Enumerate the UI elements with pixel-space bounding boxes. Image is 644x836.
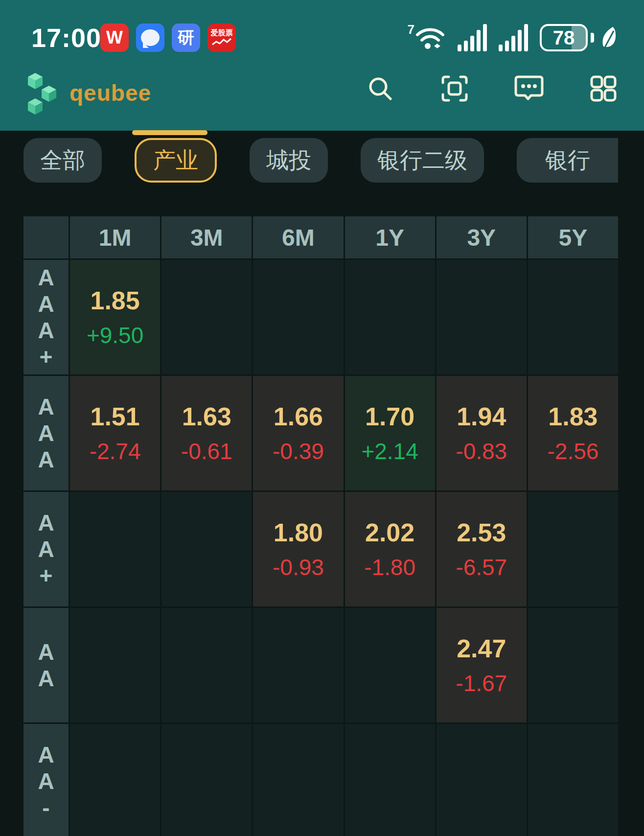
search-button[interactable] (365, 73, 395, 104)
yield-change: -1.80 (364, 554, 415, 581)
yield-value: 1.66 (274, 402, 323, 431)
yield-value: 2.02 (365, 518, 414, 547)
yield-value: 1.51 (90, 402, 139, 431)
row-label-char: - (42, 794, 49, 821)
apps-menu-button[interactable] (588, 73, 619, 104)
yield-cell-empty (253, 608, 343, 722)
column-header-blank (23, 216, 69, 258)
yield-value: 1.63 (182, 402, 231, 431)
yield-cell-empty (70, 724, 160, 836)
yield-value: 1.85 (90, 286, 139, 315)
yield-change: -2.56 (547, 438, 598, 464)
yield-cell[interactable]: 1.94 -0.83 (437, 376, 527, 490)
power-saving-leaf-icon (600, 26, 618, 49)
filter-chip-all[interactable]: 全部 (23, 138, 102, 183)
row-label-char: A (38, 420, 54, 446)
messages-button[interactable] (514, 73, 544, 104)
yield-cell-empty (528, 724, 618, 836)
yield-cell-empty (161, 492, 252, 606)
column-header-6m: 6M (253, 216, 343, 258)
brand-row: qeubee (0, 69, 644, 117)
row-label-aa-minus: A A - (23, 724, 69, 836)
clock: 17:00 (31, 23, 101, 53)
yield-cell-empty (161, 260, 252, 374)
row-label-char: + (40, 562, 53, 589)
yield-change: -0.39 (273, 438, 324, 464)
header-actions (365, 73, 619, 104)
row-label-char: A (38, 394, 54, 420)
column-header-5y: 5Y (528, 216, 618, 258)
status-indicators: 7 78 (408, 22, 618, 54)
battery-nub (591, 33, 594, 43)
wind-app-icon: W (100, 23, 129, 52)
qeubee-logo: qeubee (23, 70, 151, 116)
column-header-1m: 1M (70, 216, 160, 258)
filter-chip-bank[interactable]: 银行 (517, 138, 618, 183)
row-label-char: A (38, 742, 54, 768)
yield-matrix-table: 1M 3M 6M 1Y 3Y 5Y A A A + 1.85 +9.50 A A… (23, 216, 618, 836)
yield-cell[interactable]: 1.51 -2.74 (70, 376, 160, 490)
yield-value: 2.53 (457, 518, 506, 547)
yield-cell-empty (528, 492, 618, 606)
yield-change: -0.61 (181, 438, 232, 464)
yield-value: 1.94 (457, 402, 506, 431)
row-label-char: A (38, 536, 54, 562)
yield-value: 2.47 (457, 634, 506, 663)
row-label-char: + (40, 344, 53, 370)
brand-name: qeubee (69, 80, 151, 106)
column-header-1y: 1Y (345, 216, 435, 258)
yield-value: 1.80 (274, 518, 323, 547)
yield-cell-empty (253, 260, 343, 374)
research-app-glyph: 研 (178, 26, 194, 49)
row-label-char: A (38, 291, 54, 317)
yield-cell[interactable]: 1.85 +9.50 (70, 260, 160, 374)
message-icon (514, 74, 544, 103)
yield-cell[interactable]: 1.66 -0.39 (253, 376, 343, 490)
yield-cell-empty (528, 608, 618, 722)
yield-value: 1.83 (548, 402, 598, 431)
signal-bars-sim2-icon (499, 24, 528, 51)
yield-cell-empty (70, 492, 160, 606)
yield-change: +2.14 (361, 438, 418, 464)
yield-cell[interactable]: 1.63 -0.61 (161, 376, 252, 490)
yield-cell[interactable]: 1.83 -2.56 (528, 376, 618, 490)
research-app-icon: 研 (172, 23, 200, 52)
app-header: 17:00 W 研 爱股票 7 (0, 0, 644, 131)
yield-cell-empty (161, 724, 252, 836)
yield-value: 1.70 (365, 402, 414, 431)
signal-bars-sim1-icon (458, 24, 487, 51)
yield-cell[interactable]: 2.47 -1.67 (437, 608, 527, 722)
wifi-icon: 7 (408, 24, 446, 51)
yield-change: -2.74 (90, 438, 141, 464)
row-label-aa-plus: A A + (23, 492, 69, 606)
yield-cell[interactable]: 1.70 +2.14 (345, 376, 435, 490)
yield-cell[interactable]: 2.02 -1.80 (345, 492, 435, 606)
row-label-char: A (38, 264, 54, 291)
filter-chip-industry[interactable]: 产业 (135, 138, 217, 183)
yield-cell[interactable]: 2.53 -6.57 (437, 492, 527, 606)
yield-cell-empty (345, 608, 435, 722)
yield-cell-empty (161, 608, 252, 722)
filter-chip-urban[interactable]: 城投 (250, 138, 328, 183)
row-label-char: A (38, 317, 54, 344)
stock-app-icon: 爱股票 (207, 23, 236, 52)
status-bar: 17:00 W 研 爱股票 7 (0, 20, 644, 59)
yield-cell-empty (528, 260, 618, 374)
notification-icons: W 研 爱股票 (100, 23, 236, 52)
scan-icon (440, 74, 469, 103)
wind-app-glyph: W (106, 27, 123, 48)
yield-change: -0.83 (456, 438, 507, 464)
row-label-char: A (38, 639, 54, 665)
active-tab-indicator (132, 130, 207, 135)
yield-change: -0.93 (273, 554, 324, 581)
row-label-char: A (38, 510, 54, 536)
column-header-3m: 3M (161, 216, 252, 258)
scan-button[interactable] (439, 73, 470, 104)
battery-icon: 78 (540, 24, 588, 51)
battery-percent: 78 (553, 27, 575, 49)
yield-cell-empty (437, 260, 527, 374)
stock-app-glyph: 爱股票 (211, 29, 233, 37)
filter-chip-bank-tier2[interactable]: 银行二级 (361, 138, 484, 183)
yield-cell[interactable]: 1.80 -0.93 (253, 492, 343, 606)
row-label-aaa: A A A (23, 376, 69, 490)
